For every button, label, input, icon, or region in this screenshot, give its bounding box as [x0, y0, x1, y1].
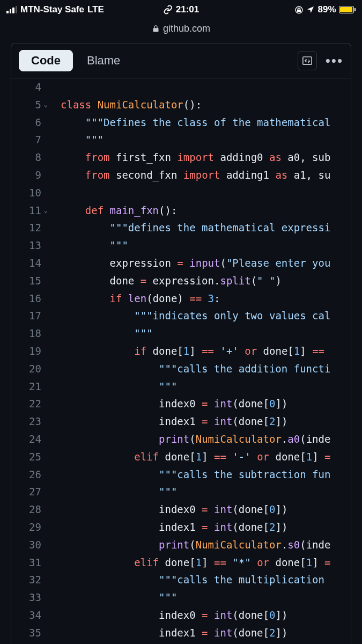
line-number[interactable]: 8: [11, 149, 47, 166]
code-line[interactable]: 20 """calls the addition functi: [11, 360, 351, 378]
line-number[interactable]: 36: [11, 642, 47, 645]
battery-percent: 89%: [317, 4, 336, 15]
code-line[interactable]: 21 """: [11, 378, 351, 396]
line-number[interactable]: 23: [11, 413, 47, 430]
code-line[interactable]: 7 """: [11, 131, 351, 149]
code-content: elif done[1] == '-' or done[1] =: [47, 448, 330, 466]
code-content: done = expression.split(" "): [47, 272, 282, 290]
code-content: """: [47, 378, 177, 396]
link-icon: [163, 5, 173, 14]
fold-chevron-icon[interactable]: ⌄: [43, 202, 48, 219]
code-line[interactable]: 28 index0 = int(done[0]): [11, 501, 351, 518]
line-number[interactable]: 14: [11, 254, 47, 272]
line-number[interactable]: 7: [11, 131, 47, 149]
clock-label: 21:01: [176, 4, 199, 15]
line-number[interactable]: 26: [11, 466, 47, 484]
line-number[interactable]: 13: [11, 237, 47, 254]
code-line[interactable]: 16 if len(done) == 3:: [11, 290, 351, 308]
code-line[interactable]: 23 index1 = int(done[2]): [11, 413, 351, 430]
line-number[interactable]: 18: [11, 325, 47, 342]
line-number[interactable]: 28: [11, 501, 47, 518]
symbols-panel-button[interactable]: [298, 51, 317, 70]
code-line[interactable]: 9 from second_fxn import adding1 as a1, …: [11, 166, 351, 184]
status-left: MTN-Stay Safe LTE: [6, 4, 104, 15]
line-number[interactable]: 32: [11, 571, 47, 589]
code-line[interactable]: 10: [11, 184, 351, 202]
code-line[interactable]: 25 elif done[1] == '-' or done[1] =: [11, 448, 351, 466]
line-number[interactable]: 4: [11, 78, 47, 96]
code-content: index1 = int(done[2]): [47, 518, 287, 536]
code-content: """defines the mathematical expressi: [47, 219, 330, 237]
line-number[interactable]: 19: [11, 342, 47, 360]
tab-code[interactable]: Code: [19, 50, 73, 71]
line-number[interactable]: 22: [11, 395, 47, 413]
code-line[interactable]: 29 index1 = int(done[2]): [11, 518, 351, 536]
code-line[interactable]: 11⌄ def main_fxn():: [11, 202, 351, 219]
line-number[interactable]: 25: [11, 448, 47, 466]
code-line[interactable]: 30 print(NumiCalculator.s0(inde: [11, 536, 351, 554]
code-line[interactable]: 5⌄class NumiCalculator():: [11, 96, 351, 114]
code-line[interactable]: 6 """Defines the class of the mathematic…: [11, 114, 351, 131]
url-host: github.com: [163, 23, 210, 34]
code-line[interactable]: 27 """: [11, 483, 351, 501]
line-number[interactable]: 5⌄: [11, 96, 47, 114]
code-line[interactable]: 4: [11, 78, 351, 96]
line-number[interactable]: 17: [11, 307, 47, 325]
signal-icon: [6, 6, 17, 13]
code-content: index0 = int(done[0]): [47, 501, 287, 518]
code-line[interactable]: 22 index0 = int(done[0]): [11, 395, 351, 413]
code-line[interactable]: 19 if done[1] == '+' or done[1] ==: [11, 342, 351, 360]
line-number[interactable]: 21: [11, 378, 47, 396]
code-line[interactable]: 18 """: [11, 325, 351, 342]
code-line[interactable]: 8 from first_fxn import adding0 as a0, s…: [11, 149, 351, 166]
line-number[interactable]: 33: [11, 589, 47, 606]
status-right: 89%: [294, 4, 356, 15]
line-number[interactable]: 6: [11, 114, 47, 131]
line-number[interactable]: 35: [11, 624, 47, 642]
code-content: """: [47, 131, 104, 149]
code-line[interactable]: 31 elif done[1] == "*" or done[1] =: [11, 554, 351, 572]
svg-rect-1: [298, 10, 301, 12]
line-number[interactable]: 16: [11, 290, 47, 308]
code-line[interactable]: 32 """calls the multiplication: [11, 571, 351, 589]
code-line[interactable]: 13 """: [11, 237, 351, 254]
code-lines: 45⌄class NumiCalculator():6 """Defines t…: [11, 78, 351, 644]
code-content: elif done[1] == "*" or done[1] =: [47, 554, 330, 572]
code-content: """indicates only two values cal: [47, 307, 330, 325]
code-content: """: [47, 325, 153, 342]
line-number[interactable]: 20: [11, 360, 47, 378]
line-number[interactable]: 34: [11, 606, 47, 624]
code-line[interactable]: 35 index1 = int(done[2]): [11, 624, 351, 642]
line-number[interactable]: 12: [11, 219, 47, 237]
code-line[interactable]: 26 """calls the subtraction fun: [11, 466, 351, 484]
code-line[interactable]: 36 print(NumiCalculator.m0(inde: [11, 642, 351, 645]
view-tabs: Code Blame: [19, 50, 130, 71]
line-number[interactable]: 11⌄: [11, 202, 47, 219]
line-number[interactable]: 9: [11, 166, 47, 184]
code-line[interactable]: 12 """defines the mathematical expressi: [11, 219, 351, 237]
battery-icon: [339, 6, 356, 13]
code-line[interactable]: 34 index0 = int(done[0]): [11, 606, 351, 624]
line-number[interactable]: 24: [11, 430, 47, 448]
code-line[interactable]: 17 """indicates only two values cal: [11, 307, 351, 325]
line-number[interactable]: 29: [11, 518, 47, 536]
code-view[interactable]: 45⌄class NumiCalculator():6 """Defines t…: [11, 78, 351, 644]
line-number[interactable]: 10: [11, 184, 47, 202]
orientation-lock-icon: [294, 5, 304, 14]
code-content: index0 = int(done[0]): [47, 606, 287, 624]
browser-url-bar[interactable]: github.com: [0, 19, 362, 38]
code-content: index1 = int(done[2]): [47, 624, 287, 642]
line-number[interactable]: 27: [11, 483, 47, 501]
code-line[interactable]: 14 expression = input("Please enter you: [11, 254, 351, 272]
line-number[interactable]: 31: [11, 554, 47, 572]
line-number[interactable]: 30: [11, 536, 47, 554]
tab-blame[interactable]: Blame: [77, 50, 130, 71]
code-line[interactable]: 33 """: [11, 589, 351, 606]
fold-chevron-icon[interactable]: ⌄: [43, 96, 48, 114]
code-line[interactable]: 15 done = expression.split(" "): [11, 272, 351, 290]
code-content: """: [47, 237, 128, 254]
code-content: """calls the multiplication: [47, 571, 330, 589]
code-line[interactable]: 24 print(NumiCalculator.a0(inde: [11, 430, 351, 448]
more-menu-button[interactable]: •••: [326, 58, 343, 63]
line-number[interactable]: 15: [11, 272, 47, 290]
